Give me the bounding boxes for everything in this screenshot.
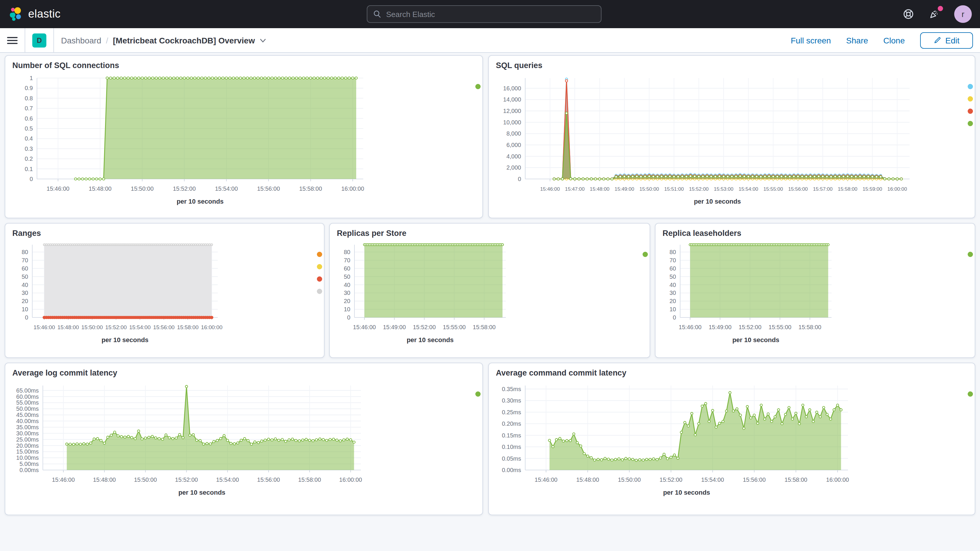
panel-title: Ranges <box>5 224 324 238</box>
page-title: [Metricbeat CockroachDB] Overview <box>113 35 255 45</box>
chart-average-command-commit-latency[interactable]: 0.00ms0.05ms0.10ms0.15ms0.20ms0.25ms0.30… <box>496 377 968 510</box>
legend-item[interactable]: Total89 <box>317 285 325 298</box>
chart-legend: Deletes0Updates0Inserts0Selects0 <box>968 80 975 212</box>
global-search[interactable] <box>367 5 601 23</box>
svg-text:0.25ms: 0.25ms <box>502 409 521 416</box>
svg-text:15:52:00: 15:52:00 <box>173 185 196 192</box>
svg-text:5.00ms: 5.00ms <box>19 461 39 467</box>
svg-text:0.6: 0.6 <box>25 115 33 122</box>
chart-ranges[interactable]: 0102030405060708015:46:0015:48:0015:50:0… <box>12 238 317 353</box>
svg-text:0.35ms: 0.35ms <box>502 386 521 392</box>
chart-legend: Underreplicated0Overreplicated0Unavailab… <box>317 248 325 353</box>
svg-text:0.4: 0.4 <box>25 135 33 142</box>
whats-new-icon[interactable] <box>928 8 940 20</box>
panel-title: Number of SQL connections <box>5 56 482 70</box>
svg-text:20.00ms: 20.00ms <box>16 443 39 449</box>
svg-text:0: 0 <box>518 176 521 182</box>
legend-item[interactable]: http://localhost:8080...0.26ms <box>968 388 975 400</box>
svg-text:14,000: 14,000 <box>503 96 521 103</box>
legend-item[interactable]: Unavailable0 <box>317 273 325 285</box>
edit-button[interactable]: Edit <box>920 32 973 48</box>
svg-text:15:46:00: 15:46:00 <box>47 185 70 192</box>
legend-item[interactable]: Underreplicated0 <box>317 248 325 261</box>
legend-item[interactable]: Inserts0 <box>968 105 975 117</box>
help-icon[interactable] <box>902 8 914 20</box>
svg-text:15:55:00: 15:55:00 <box>443 324 466 330</box>
avatar-initial: r <box>961 10 964 19</box>
svg-text:15:56:00: 15:56:00 <box>257 185 280 192</box>
svg-text:10: 10 <box>344 306 350 312</box>
svg-text:0: 0 <box>673 314 676 321</box>
legend-item[interactable]: http://localhost:8080/_stat...1 <box>475 80 483 93</box>
elastic-logo[interactable]: elastic <box>8 6 61 22</box>
svg-text:0.5: 0.5 <box>25 125 33 132</box>
svg-text:10: 10 <box>670 306 676 312</box>
legend-dot <box>968 108 973 114</box>
legend-item[interactable]: Updates0 <box>968 93 975 105</box>
chart-svg: 0.00ms0.05ms0.10ms0.15ms0.20ms0.25ms0.30… <box>496 377 968 510</box>
svg-text:0.20ms: 0.20ms <box>502 420 521 427</box>
svg-text:15:58:00: 15:58:00 <box>784 476 808 483</box>
svg-text:per 10 seconds: per 10 seconds <box>407 336 453 344</box>
full-screen-button[interactable]: Full screen <box>791 35 831 45</box>
legend-item[interactable]: http://localhost:8080/_sta...89 <box>643 248 650 261</box>
legend-dot <box>968 84 973 89</box>
elastic-logo-icon <box>8 6 24 22</box>
chart-svg: 00.10.20.30.40.50.60.70.80.9115:46:0015:… <box>12 70 475 212</box>
share-button[interactable]: Share <box>846 35 868 45</box>
breadcrumb-dashboard[interactable]: Dashboard <box>61 35 101 45</box>
svg-text:15:48:00: 15:48:00 <box>57 324 79 330</box>
svg-text:15:49:00: 15:49:00 <box>383 324 406 330</box>
search-input[interactable] <box>386 10 595 19</box>
svg-text:12,000: 12,000 <box>503 108 521 114</box>
chart-svg: 02,0004,0006,0008,00010,00012,00014,0001… <box>496 70 968 212</box>
breadcrumb-separator: / <box>106 35 108 45</box>
notification-dot <box>938 6 943 11</box>
clone-button[interactable]: Clone <box>883 35 905 45</box>
chart-replicas-per-store[interactable]: 0102030405060708015:46:0015:49:0015:52:0… <box>337 238 643 353</box>
svg-text:30: 30 <box>22 290 28 296</box>
svg-text:15:56:00: 15:56:00 <box>788 186 808 192</box>
legend-item[interactable]: Deletes0 <box>968 80 975 93</box>
svg-text:15:53:00: 15:53:00 <box>714 186 733 192</box>
chart-legend: http://localhost:8080/_sta...89 <box>968 248 975 353</box>
svg-text:15:52:00: 15:52:00 <box>660 476 682 483</box>
toolbar-divider <box>53 28 54 53</box>
space-badge[interactable]: D <box>32 33 46 47</box>
svg-text:0.00ms: 0.00ms <box>502 467 521 473</box>
chart-average-log-commit-latency[interactable]: 0.00ms5.00ms10.00ms15.00ms20.00ms25.00ms… <box>12 377 475 510</box>
panel-sql-queries: SQL queries 02,0004,0006,0008,00010,0001… <box>488 55 975 218</box>
svg-text:0.00ms: 0.00ms <box>19 467 39 473</box>
svg-text:40: 40 <box>344 282 350 288</box>
chart-number-of-sql-connections[interactable]: 00.10.20.30.40.50.60.70.80.9115:46:0015:… <box>12 70 475 212</box>
legend-item[interactable]: http://localhost:8080/_sta...89 <box>968 248 975 261</box>
chart-replica-leaseholders[interactable]: 0102030405060708015:46:0015:49:0015:52:0… <box>662 238 968 353</box>
svg-text:2,000: 2,000 <box>506 164 521 171</box>
svg-text:15:52:00: 15:52:00 <box>105 324 127 330</box>
chevron-down-icon[interactable] <box>260 37 267 44</box>
legend-item[interactable]: Overreplicated0 <box>317 261 325 273</box>
legend-item[interactable]: http://localhost:808...22.74ms <box>475 388 483 400</box>
svg-text:0.05ms: 0.05ms <box>502 455 521 462</box>
panel-title: SQL queries <box>489 56 975 70</box>
svg-text:0.15ms: 0.15ms <box>502 432 521 439</box>
svg-text:0: 0 <box>30 176 33 182</box>
toolbar-divider <box>25 28 25 53</box>
svg-text:15:51:00: 15:51:00 <box>664 186 684 192</box>
svg-text:20: 20 <box>22 298 28 304</box>
svg-text:15:52:00: 15:52:00 <box>738 324 761 330</box>
svg-text:80: 80 <box>670 249 676 255</box>
menu-icon[interactable] <box>7 34 18 46</box>
user-avatar[interactable]: r <box>954 5 972 23</box>
svg-text:15:46:00: 15:46:00 <box>535 476 557 483</box>
legend-item[interactable]: Selects0 <box>968 117 975 130</box>
svg-text:0.2: 0.2 <box>25 156 33 162</box>
chart-sql-queries[interactable]: 02,0004,0006,0008,00010,00012,00014,0001… <box>496 70 968 212</box>
toolbar: D Dashboard / [Metricbeat CockroachDB] O… <box>0 28 980 53</box>
svg-text:6,000: 6,000 <box>506 142 521 148</box>
svg-text:55.00ms: 55.00ms <box>16 399 39 406</box>
top-nav: elastic <box>0 0 980 28</box>
svg-text:15:52:00: 15:52:00 <box>689 186 709 192</box>
chart-svg: 0102030405060708015:46:0015:48:0015:50:0… <box>12 238 317 353</box>
panel-average-log-commit-latency: Average log commit latency 0.00ms5.00ms1… <box>5 363 483 515</box>
